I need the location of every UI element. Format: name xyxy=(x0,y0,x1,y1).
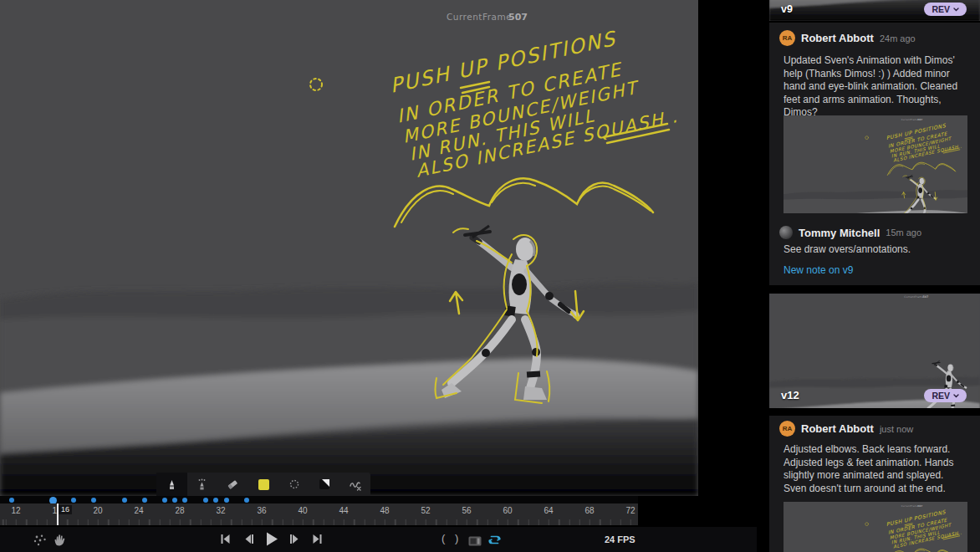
author-name: Robert Abbott xyxy=(801,422,874,435)
version-thumbnail[interactable] xyxy=(783,115,967,213)
version-thumbnail[interactable] xyxy=(783,502,967,552)
step-forward-button[interactable] xyxy=(288,533,301,549)
annotation-marker[interactable] xyxy=(142,498,147,503)
comment-card: RA Robert Abbott 24m ago Updated Sven's … xyxy=(769,23,980,285)
annotation-marker[interactable] xyxy=(203,498,208,503)
step-back-icon xyxy=(242,533,255,545)
comment-timestamp: just now xyxy=(880,424,913,434)
pen-icon xyxy=(166,478,178,491)
color-swatch-button[interactable] xyxy=(248,473,279,496)
color-swatch xyxy=(258,479,269,490)
annotation-marker[interactable] xyxy=(182,498,187,503)
eraser-icon xyxy=(226,478,239,490)
reply-text: See draw overs/annotations. xyxy=(783,243,967,257)
fill-contrast-button[interactable] xyxy=(309,473,340,496)
new-note-link[interactable]: New note on v9 xyxy=(783,264,853,276)
brush-size-button[interactable] xyxy=(278,473,309,496)
play-button[interactable] xyxy=(264,531,279,550)
tick-label: 24 xyxy=(130,506,147,515)
version-card-v12[interactable]: v12 REV xyxy=(769,294,980,408)
rev-status-badge[interactable]: REV xyxy=(924,389,967,402)
comment-timestamp: 24m ago xyxy=(880,33,916,43)
annotation-marker[interactable] xyxy=(9,498,14,503)
fill-contrast-icon xyxy=(319,478,330,490)
annotation-marker[interactable] xyxy=(71,498,76,503)
playhead-frame-label: 16 xyxy=(59,505,72,514)
loop-range-icon: ( ) xyxy=(442,532,462,544)
airbrush-tool-button[interactable] xyxy=(187,473,218,496)
jump-to-end-button[interactable] xyxy=(311,533,324,549)
annotation-marker[interactable] xyxy=(162,498,167,503)
tick-label: 56 xyxy=(458,506,475,515)
playhead[interactable]: 16 xyxy=(57,503,59,525)
annotation-marker[interactable] xyxy=(244,498,249,503)
review-viewport[interactable]: PUSH UP POSITIONS IN ORDER TO CREATE MOR… xyxy=(0,0,698,496)
tick-label: 12 xyxy=(8,506,24,515)
comment-text: Adjusted elbows. Back leans forward. Adj… xyxy=(783,443,967,495)
author-name: Robert Abbott xyxy=(801,32,874,44)
annotation-marker[interactable] xyxy=(91,498,96,503)
rev-status-badge[interactable]: REV xyxy=(924,3,967,16)
loop-icon xyxy=(487,534,502,545)
reply-author-row: Tommy Mitchell 15m ago xyxy=(779,226,921,239)
version-label: v9 xyxy=(781,3,793,15)
annotation-toolbar xyxy=(156,473,370,496)
filmstrip-icon xyxy=(468,536,482,546)
comment-card: RA Robert Abbott just now Adjusted elbow… xyxy=(769,416,980,552)
play-icon xyxy=(264,531,279,547)
comment-text: Updated Sven's Animation with Dimos' hel… xyxy=(783,54,967,120)
app-window: PUSH UP POSITIONS IN ORDER TO CREATE MOR… xyxy=(0,0,980,552)
transport-bar: ( ) 24 FPS xyxy=(0,527,757,552)
timeline-ruler[interactable]: 12162024283236404448525660646872 xyxy=(0,503,638,525)
tick-label: 48 xyxy=(376,506,393,515)
tick-label: 40 xyxy=(294,506,311,515)
loop-playback-button[interactable] xyxy=(487,534,502,549)
annotation-marker[interactable] xyxy=(122,498,127,503)
comment-timestamp: 15m ago xyxy=(886,227,921,238)
jump-to-end-icon xyxy=(311,533,324,545)
tick-label: 68 xyxy=(581,506,598,515)
jump-to-start-button[interactable] xyxy=(219,533,232,549)
annotation-marker[interactable] xyxy=(213,498,218,503)
clear-annotations-icon xyxy=(349,478,362,491)
fps-indicator: 24 FPS xyxy=(605,534,635,544)
current-frame-value: 507 xyxy=(508,12,528,23)
chevron-down-icon xyxy=(953,394,959,398)
pen-tool-button[interactable] xyxy=(156,473,187,496)
eraser-tool-button[interactable] xyxy=(217,473,248,496)
step-back-button[interactable] xyxy=(242,533,255,549)
avatar: RA xyxy=(779,30,795,46)
airbrush-icon xyxy=(196,478,208,491)
flock-icon xyxy=(33,534,47,546)
rev-badge-label: REV xyxy=(932,391,950,401)
jump-to-start-icon xyxy=(219,533,232,545)
pan-tool-button[interactable] xyxy=(54,534,66,549)
avatar xyxy=(779,226,793,239)
step-forward-icon xyxy=(288,533,301,545)
comment-author-row: RA Robert Abbott 24m ago xyxy=(779,30,916,46)
version-card-v9[interactable]: v9 REV xyxy=(769,0,980,21)
scene-canvas: PUSH UP POSITIONS IN ORDER TO CREATE MOR… xyxy=(0,0,698,496)
hand-icon xyxy=(54,534,66,546)
tick-label: 36 xyxy=(253,506,270,515)
thumbnail-strip-button[interactable] xyxy=(468,534,482,549)
annotation-marker-row[interactable] xyxy=(0,496,638,503)
flock-settings-button[interactable] xyxy=(33,534,47,549)
annotated-thumbnail-partial xyxy=(783,502,967,552)
v9-annotated-thumbnail xyxy=(783,115,967,213)
version-label: v12 xyxy=(781,389,799,401)
loop-range-button[interactable]: ( ) xyxy=(442,532,462,544)
rev-badge-label: REV xyxy=(932,4,950,14)
clear-annotations-button[interactable] xyxy=(339,473,370,496)
comment-author-row: RA Robert Abbott just now xyxy=(779,421,913,437)
annotation-marker[interactable] xyxy=(224,498,229,503)
tick-label: 64 xyxy=(540,506,557,515)
brush-size-icon xyxy=(288,478,300,490)
tick-label: 28 xyxy=(171,506,188,515)
tick-label: 60 xyxy=(499,506,516,515)
chevron-down-icon xyxy=(953,8,959,12)
tick-label: 20 xyxy=(89,506,106,515)
author-name: Tommy Mitchell xyxy=(799,227,880,239)
annotation-marker[interactable] xyxy=(172,498,177,503)
tick-label: 72 xyxy=(622,506,639,515)
